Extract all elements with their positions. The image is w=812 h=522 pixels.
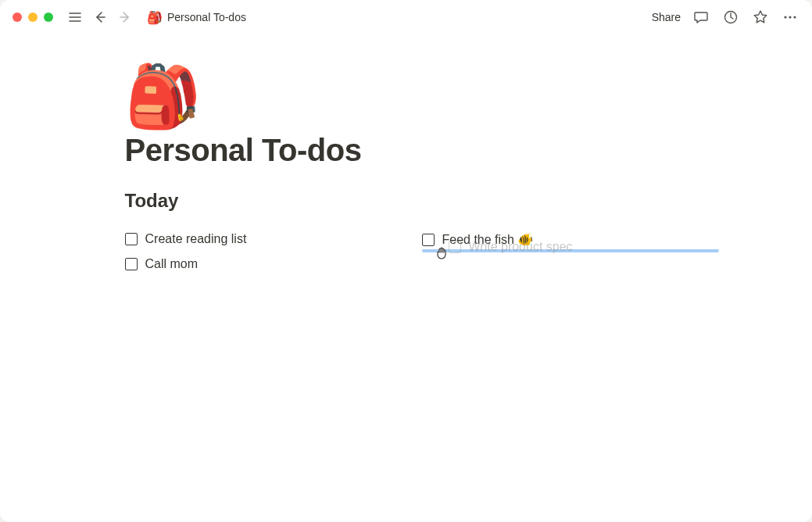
todo-item[interactable]: Create reading list — [125, 229, 391, 249]
arrow-left-icon — [93, 10, 107, 24]
todo-text: Write product spec — [469, 240, 573, 254]
dragging-todo-ghost: Write product spec — [449, 240, 573, 254]
favorite-button[interactable] — [751, 8, 770, 27]
comments-button[interactable] — [692, 8, 710, 27]
section-heading-today[interactable]: Today — [125, 190, 688, 212]
todo-column-right: Feed the fish 🐠 Write product spec — [422, 229, 688, 279]
todo-text[interactable]: Create reading list — [145, 232, 247, 246]
svg-point-6 — [784, 16, 786, 18]
clock-icon — [723, 9, 739, 25]
todo-column-left: Create reading list Call mom — [125, 229, 391, 279]
breadcrumb-emoji-icon: 🎒 — [147, 10, 163, 25]
sidebar-toggle-button[interactable] — [66, 8, 84, 27]
titlebar-right: Share — [652, 8, 799, 27]
updates-button[interactable] — [721, 8, 740, 27]
breadcrumb-title: Personal To-dos — [167, 11, 246, 23]
checkbox[interactable] — [422, 234, 435, 246]
traffic-lights — [13, 13, 53, 22]
titlebar: 🎒 Personal To-dos Share — [0, 0, 812, 34]
share-button[interactable]: Share — [652, 11, 681, 23]
more-options-button[interactable] — [781, 8, 799, 27]
window-minimize-button[interactable] — [28, 13, 38, 22]
ellipsis-icon — [782, 9, 798, 25]
app-window: 🎒 Personal To-dos Share — [0, 0, 812, 522]
titlebar-left: 🎒 Personal To-dos — [13, 8, 246, 27]
nav-back-button[interactable] — [91, 8, 109, 27]
todo-columns: Create reading list Call mom Feed the fi… — [125, 229, 688, 279]
window-maximize-button[interactable] — [44, 13, 53, 22]
arrow-right-icon — [118, 10, 132, 24]
hamburger-icon — [68, 10, 82, 24]
checkbox — [449, 241, 461, 253]
page-title[interactable]: Personal To-dos — [125, 133, 688, 168]
page-content: 🎒 Personal To-dos Today Create reading l… — [125, 34, 688, 279]
page-icon[interactable]: 🎒 — [125, 66, 688, 127]
comment-icon — [693, 9, 709, 25]
svg-point-7 — [789, 16, 791, 18]
checkbox[interactable] — [125, 258, 138, 270]
svg-point-8 — [793, 16, 796, 18]
todo-text[interactable]: Call mom — [145, 257, 199, 271]
nav-forward-button[interactable] — [116, 8, 134, 27]
star-icon — [753, 9, 768, 25]
breadcrumb[interactable]: 🎒 Personal To-dos — [147, 10, 246, 25]
todo-item[interactable]: Call mom — [125, 254, 391, 274]
checkbox[interactable] — [125, 233, 138, 245]
window-close-button[interactable] — [13, 13, 22, 22]
